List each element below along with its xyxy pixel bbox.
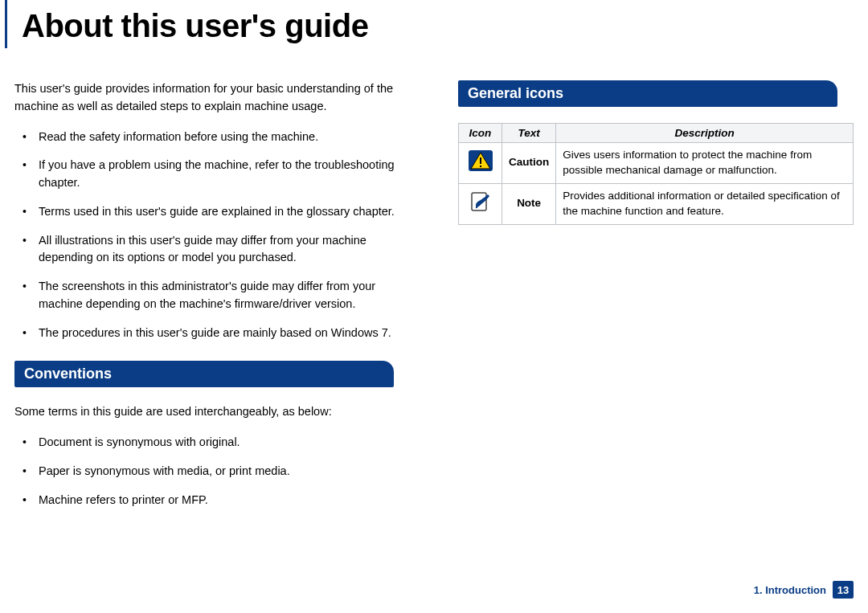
icons-table: Icon Text Description (458, 123, 854, 225)
list-item: The procedures in this user's guide are … (23, 325, 410, 342)
left-column: This user's guide provides information f… (14, 80, 410, 520)
note-icon (469, 203, 492, 215)
list-item: Terms used in this user's guide are expl… (23, 203, 410, 221)
table-header-icon: Icon (459, 124, 502, 143)
list-item: Document is synonymous with original. (23, 434, 410, 452)
icon-cell (459, 143, 502, 184)
table-row: Note Provides additional information or … (459, 183, 854, 224)
list-item: Paper is synonymous with media, or print… (23, 463, 410, 480)
section-heading-conventions: Conventions (14, 361, 394, 387)
table-row: Caution Gives users information to prote… (459, 143, 854, 184)
list-item: Machine refers to printer or MFP. (23, 492, 410, 509)
conventions-intro: Some terms in this guide are used interc… (14, 403, 410, 421)
footer-page-number: 13 (833, 581, 854, 599)
conventions-bullet-list: Document is synonymous with original. Pa… (14, 434, 410, 509)
caution-icon (468, 149, 493, 172)
list-item: Read the safety information before using… (23, 129, 410, 146)
table-header-text: Text (502, 124, 556, 143)
svg-rect-3 (480, 166, 481, 167)
page-footer: 1. Introduction 13 (754, 581, 854, 599)
list-item: The screenshots in this administrator's … (23, 278, 410, 313)
icon-description: Gives users information to protect the m… (556, 143, 854, 184)
icon-label: Note (502, 183, 556, 224)
svg-point-5 (475, 206, 477, 208)
content-columns: This user's guide provides information f… (0, 48, 868, 520)
icon-description: Provides additional information or detai… (556, 183, 854, 224)
main-bullet-list: Read the safety information before using… (14, 129, 410, 342)
list-item: All illustrations in this user's guide m… (23, 232, 410, 268)
svg-rect-2 (480, 157, 481, 164)
table-header-description: Description (556, 124, 854, 143)
footer-chapter: 1. Introduction (754, 584, 826, 596)
right-column: General icons Icon Text Description (458, 80, 854, 520)
page-title: About this user's guide (5, 0, 868, 48)
icon-cell (459, 183, 502, 224)
intro-paragraph: This user's guide provides information f… (14, 80, 410, 116)
icon-label: Caution (502, 143, 556, 184)
list-item: If you have a problem using the machine,… (23, 157, 410, 192)
section-heading-general-icons: General icons (458, 80, 837, 107)
